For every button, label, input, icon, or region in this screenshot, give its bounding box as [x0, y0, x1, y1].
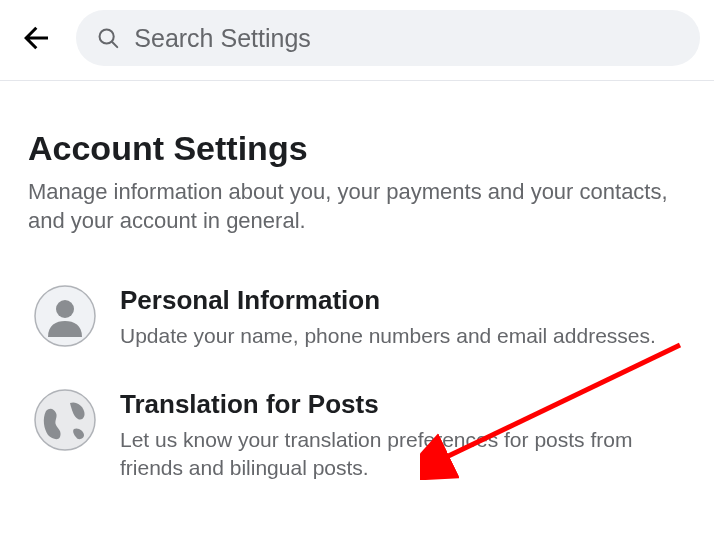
- search-bar[interactable]: [76, 10, 700, 66]
- item-description: Update your name, phone numbers and emai…: [120, 322, 686, 349]
- globe-icon: [34, 389, 96, 451]
- svg-line-1: [112, 42, 117, 47]
- item-title: Translation for Posts: [120, 389, 686, 420]
- content-area: Account Settings Manage information abou…: [0, 81, 714, 509]
- search-icon: [96, 25, 120, 51]
- item-body: Translation for Posts Let us know your t…: [120, 389, 686, 481]
- item-body: Personal Information Update your name, p…: [120, 285, 686, 349]
- item-description: Let us know your translation preferences…: [120, 426, 686, 481]
- svg-point-3: [56, 300, 74, 318]
- search-input[interactable]: [134, 24, 680, 53]
- settings-item-personal-information[interactable]: Personal Information Update your name, p…: [28, 273, 686, 377]
- person-icon: [34, 285, 96, 347]
- back-arrow-icon: [18, 20, 54, 56]
- settings-item-translation-for-posts[interactable]: Translation for Posts Let us know your t…: [28, 377, 686, 509]
- back-button[interactable]: [14, 16, 58, 60]
- header-bar: [0, 0, 714, 80]
- page-title: Account Settings: [28, 129, 686, 168]
- page-subtitle: Manage information about you, your payme…: [28, 178, 686, 235]
- item-title: Personal Information: [120, 285, 686, 316]
